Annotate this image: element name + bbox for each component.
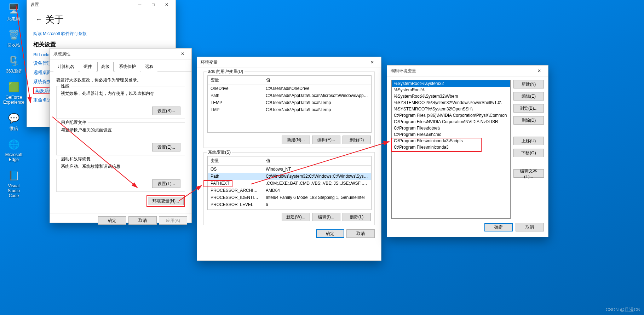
path-row[interactable]: %SystemRoot%\system32 — [392, 80, 510, 87]
table-row[interactable]: PROCESSOR_LEVEL6 — [208, 201, 371, 208]
table-row[interactable]: PATHEXT.COM;.EXE;.BAT;.CMD;.VBS;.VBE;.JS… — [208, 180, 371, 187]
desktop-icon-label: GeForce Experience — [2, 95, 25, 105]
desktop-icon[interactable]: 🖥️此电脑 — [2, 1, 25, 21]
desktop-icon-label: 微信 — [10, 126, 18, 131]
maximize-button[interactable]: □ — [146, 0, 160, 9]
table-row[interactable]: PathC:\Windows\system32;C:\Windows;C:\Wi… — [208, 173, 371, 180]
user-new-button[interactable]: 新建(N)... — [282, 136, 310, 144]
sysprop-title: 系统属性 — [53, 51, 176, 57]
edit-button[interactable]: 编辑(E) — [513, 92, 544, 101]
tab[interactable]: 远程 — [141, 62, 157, 71]
profile-settings-button[interactable]: 设置(E)... — [152, 143, 180, 151]
path-row[interactable]: C:\Program Files (x86)\NVIDIA Corporatio… — [392, 112, 510, 119]
desktop-icon-glyph: 🟩 — [7, 80, 21, 94]
path-row[interactable]: C:\Program Files\Git\cmd — [392, 131, 510, 138]
perf-settings-button[interactable]: 设置(S)... — [152, 107, 180, 115]
desktop-icon-label: 360压缩 — [6, 69, 22, 74]
desktop-icon[interactable]: 📘Visual Studio Code — [2, 168, 25, 198]
tab[interactable]: 硬件 — [80, 62, 96, 71]
license-link[interactable]: 阅读 Microsoft 软件许可条款 — [33, 31, 169, 37]
close-button[interactable]: ✕ — [366, 58, 379, 67]
sysprop-titlebar[interactable]: 系统属性 ✕ — [50, 48, 191, 59]
table-row[interactable]: TEMPC:\Users\ads\AppData\Local\Temp — [208, 99, 371, 106]
table-row[interactable]: TMPC:\Users\ads\AppData\Local\Temp — [208, 106, 371, 113]
close-button[interactable]: ✕ — [160, 0, 173, 9]
browse-button[interactable]: 浏览(B)... — [513, 104, 544, 113]
path-row[interactable]: %SystemRoot% — [392, 87, 510, 93]
envwin-title: 环境变量 — [201, 59, 366, 65]
table-row[interactable]: PROCESSOR_ARCHITECT...AMD64 — [208, 187, 371, 194]
move-down-button[interactable]: 下移(O) — [513, 149, 544, 157]
ok-button[interactable]: 确定 — [316, 229, 344, 238]
ok-button[interactable]: 确定 — [484, 223, 513, 231]
performance-group: 性能 视觉效果，处理器计划，内存使用，以及虚拟内存 设置(S)... — [56, 86, 185, 119]
desktop-icon-label: Microsoft Edge — [2, 152, 25, 162]
watermark: CSDN @且漫CN — [606, 307, 640, 313]
startup-group: 启动和故障恢复 系统启动、系统故障和调试信息 设置(T)... — [56, 159, 185, 192]
move-up-button[interactable]: 上移(U) — [513, 137, 544, 145]
desktop-icon-glyph: 📘 — [7, 168, 21, 183]
path-list[interactable]: %SystemRoot%\system32%SystemRoot%%System… — [391, 80, 511, 219]
edit-env-var-window: 编辑环境变量 ✕ %SystemRoot%\system32%SystemRoo… — [387, 65, 548, 237]
new-button[interactable]: 新建(N) — [513, 80, 544, 88]
desktop-icon-glyph: 🗑️ — [7, 28, 21, 42]
sys-delete-button[interactable]: 删除(L) — [343, 213, 371, 221]
desktop-icon[interactable]: 🗜️360压缩 — [2, 54, 25, 74]
desktop-icon[interactable]: 🗑️回收站 — [2, 28, 25, 47]
cancel-button[interactable]: 取消 — [516, 223, 544, 231]
close-button[interactable]: ✕ — [533, 66, 546, 75]
desktop-icon[interactable]: 🟩GeForce Experience — [2, 80, 25, 105]
desktop-icon-label: 此电脑 — [7, 16, 20, 21]
desktop-icon-glyph: 💬 — [7, 111, 21, 125]
tab[interactable]: 系统保护 — [115, 62, 140, 71]
sysprop-tabs: 计算机名硬件高级系统保护远程 — [50, 59, 191, 71]
table-row[interactable]: PROCESSOR_IDENTIFIERIntel64 Family 6 Mod… — [208, 194, 371, 201]
apply-button: 应用(A) — [159, 216, 187, 225]
startup-settings-button[interactable]: 设置(T)... — [152, 179, 180, 188]
settings-title: 设置 — [30, 2, 133, 8]
path-row[interactable]: %SYSTEMROOT%\System32\OpenSSH\ — [392, 106, 510, 112]
path-row[interactable]: C:\Program Files\NVIDIA Corporation\NVID… — [392, 119, 510, 125]
minimize-button[interactable]: ─ — [133, 0, 146, 9]
desktop-icon-glyph: 🗜️ — [7, 54, 21, 68]
cancel-button[interactable]: 取消 — [128, 216, 157, 225]
desktop-icon[interactable]: 💬微信 — [2, 111, 25, 131]
table-row[interactable]: PROCESSOR_REVISIONb701 — [208, 208, 371, 210]
user-delete-button[interactable]: 删除(D) — [343, 136, 371, 144]
system-properties-window: 系统属性 ✕ 计算机名硬件高级系统保护远程 要进行大多数更改，你必须作为管理员登… — [50, 48, 192, 223]
desktop-icon[interactable]: 🌐Microsoft Edge — [2, 137, 25, 162]
close-button[interactable]: ✕ — [176, 49, 189, 58]
settings-titlebar[interactable]: 设置 ─ □ ✕ — [27, 0, 176, 10]
editwin-titlebar[interactable]: 编辑环境变量 ✕ — [387, 65, 548, 76]
path-row[interactable]: %SYSTEMROOT%\System32\WindowsPowerShell\… — [392, 99, 510, 106]
table-row[interactable]: PathC:\Users\ads\AppData\Local\Microsoft… — [208, 92, 371, 99]
tab[interactable]: 高级 — [97, 62, 114, 71]
user-vars-table[interactable]: 变量值 OneDriveC:\Users\ads\OneDrivePathC:\… — [207, 75, 372, 133]
admin-note: 要进行大多数更改，你必须作为管理员登录。 — [56, 77, 185, 83]
table-row[interactable]: OSWindows_NT — [208, 166, 371, 173]
path-row[interactable]: C:\Program Files\miniconda3\Scripts — [392, 138, 510, 144]
env-vars-window: 环境变量 ✕ ads 的用户变量(U) 变量值 OneDriveC:\Users… — [197, 57, 381, 261]
path-row[interactable]: C:\Program Files\dotnet\ — [392, 125, 510, 131]
ok-button[interactable]: 确定 — [98, 216, 126, 225]
delete-button[interactable]: 删除(D) — [513, 116, 544, 125]
desktop-icon-glyph: 🖥️ — [7, 1, 21, 16]
cancel-button[interactable]: 取消 — [346, 229, 375, 238]
tab[interactable]: 计算机名 — [53, 62, 78, 71]
page-title: 关于 — [45, 13, 64, 26]
env-vars-button[interactable]: 环境变量(N)... — [148, 197, 184, 205]
edit-text-button[interactable]: 编辑文本(T)... — [513, 169, 544, 178]
system-vars-group: 系统变量(S) 变量值 OSWindows_NTPathC:\Windows\s… — [203, 152, 375, 225]
desktop-icon-glyph: 🌐 — [7, 137, 21, 151]
path-row[interactable]: %SystemRoot%\System32\Wbem — [392, 93, 510, 99]
envwin-titlebar[interactable]: 环境变量 ✕ — [197, 57, 381, 68]
path-row[interactable]: C:\Program Files\miniconda3 — [392, 144, 510, 150]
table-row[interactable]: OneDriveC:\Users\ads\OneDrive — [208, 85, 371, 92]
back-button[interactable]: ← — [33, 14, 45, 25]
user-edit-button[interactable]: 编辑(E)... — [312, 136, 340, 144]
desktop-icon-label: Visual Studio Code — [2, 183, 25, 198]
sys-new-button[interactable]: 新建(W)... — [282, 213, 310, 221]
sys-edit-button[interactable]: 编辑(I)... — [312, 213, 340, 221]
system-vars-table[interactable]: 变量值 OSWindows_NTPathC:\Windows\system32;… — [207, 156, 372, 210]
user-vars-group: ads 的用户变量(U) 变量值 OneDriveC:\Users\ads\On… — [203, 71, 375, 148]
